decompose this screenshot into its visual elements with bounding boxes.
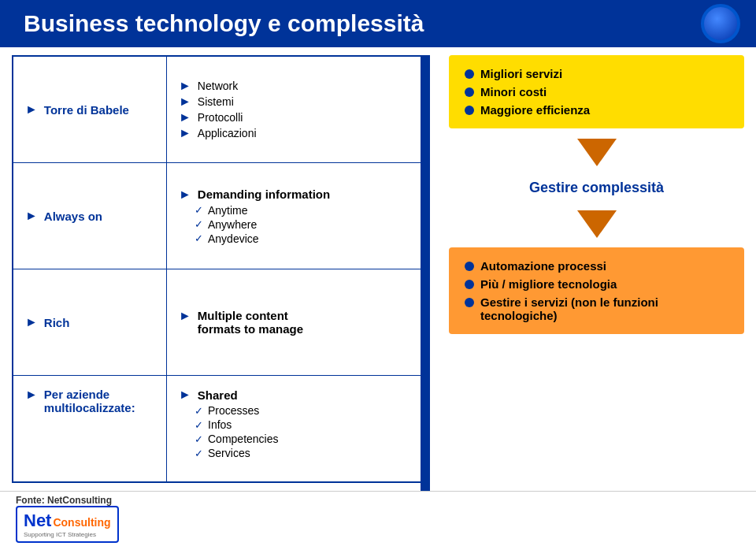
col-right-alwayson: ► Demanding information ✓ Anytime ✓ Anyw… (167, 163, 428, 269)
arrow-down-icon-2 (577, 210, 617, 238)
shared-content: ► Shared ✓ Processes ✓ Infos (179, 388, 279, 459)
arrow-icon: ► (25, 209, 38, 223)
multiple-content-text: Multiple content formats to manage (198, 309, 303, 336)
processes-label: Processes (208, 404, 259, 417)
list-item: ► Protocolli (179, 110, 257, 124)
logo-name: Net Consulting (24, 511, 111, 531)
demanding-label: Demanding information (198, 188, 330, 201)
col-right-rich: ► Multiple content formats to manage (167, 269, 428, 375)
orange-benefits-box: Automazione processi Più / migliore tecn… (449, 247, 744, 334)
check-icon: ✓ (195, 232, 203, 244)
competencies-label: Competencies (208, 433, 279, 445)
list-item: ✓ Anywhere (195, 218, 330, 231)
migliori-label: Migliori servizi (480, 67, 562, 80)
list-item: ✓ Competencies (195, 433, 279, 445)
list-item: Minori costi (465, 85, 728, 98)
header-decorative-circle (701, 4, 740, 43)
arrow-icon: ► (25, 388, 38, 402)
shared-label: Shared (198, 388, 238, 402)
maggiore-label: Maggiore efficienza (480, 103, 590, 117)
arrow-down-container (449, 136, 744, 168)
demanding-sub-items: ✓ Anytime ✓ Anywhere ✓ Anydevice (179, 204, 330, 245)
footer-source: Fonte: NetConsulting Net Consulting Supp… (16, 495, 119, 543)
multiple-content-line1: Multiple content (198, 309, 303, 322)
table-row: ► Rich ► Multiple content formats to man… (13, 269, 428, 376)
anywhere-label: Anywhere (208, 218, 257, 231)
protocolli-label: Protocolli (198, 111, 243, 124)
main-content: ► Torre di Babele ► Network ► Sistemi (0, 47, 756, 491)
col-left-torre: ► Torre di Babele (13, 57, 167, 162)
multiple-content-line2: formats to manage (198, 322, 303, 336)
check-icon: ✓ (195, 218, 203, 230)
bullet-icon (465, 298, 474, 307)
logo-tagline: Supporting ICT Strategies (24, 531, 111, 538)
footer: Fonte: NetConsulting Net Consulting Supp… (0, 491, 756, 546)
arrow-down-container-2 (449, 208, 744, 240)
multiple-content-container: ► Multiple content formats to manage (179, 309, 303, 336)
arrow-icon: ► (179, 188, 191, 202)
list-item: ✓ Anydevice (195, 232, 330, 245)
per-aziende-line2: multilocalizzate: (44, 401, 135, 414)
arrow-icon: ► (179, 126, 191, 140)
check-icon: ✓ (195, 405, 203, 417)
always-on-label: Always on (44, 210, 102, 223)
shared-header: ► Shared (179, 388, 279, 402)
bullet-icon (465, 106, 474, 115)
shared-sub-items: ✓ Processes ✓ Infos ✓ Competencies (179, 404, 279, 459)
fonte-label: Fonte: NetConsulting (16, 495, 119, 506)
demanding-content: ► Demanding information ✓ Anytime ✓ Anyw… (179, 188, 330, 245)
list-item: ► Network (179, 79, 257, 93)
minori-label: Minori costi (480, 85, 547, 98)
col-right-peraziende: ► Shared ✓ Processes ✓ Infos (167, 376, 428, 481)
gestire-complessita-label: Gestire complessità (449, 176, 744, 200)
col-left-rich: ► Rich (13, 269, 167, 375)
table-row: ► Per aziende multilocalizzate: ► Shared (13, 376, 428, 481)
bullet-icon (465, 87, 474, 97)
list-item: ✓ Services (195, 447, 279, 459)
infos-label: Infos (208, 418, 232, 431)
applicazioni-label: Applicazioni (198, 127, 257, 139)
list-item: ✓ Processes (195, 404, 279, 417)
table-row: ► Always on ► Demanding information ✓ An… (13, 163, 428, 269)
list-item: Automazione processi (465, 259, 728, 273)
arrow-icon: ► (179, 309, 191, 323)
page-title: Business technology e complessità (24, 10, 424, 37)
list-item: Maggiore efficienza (465, 103, 728, 117)
sistemi-label: Sistemi (198, 95, 234, 108)
check-icon: ✓ (195, 433, 203, 445)
torre-di-babele-label: Torre di Babele (44, 103, 129, 117)
check-icon: ✓ (195, 448, 203, 459)
gestire-servizi-label: Gestire i servizi (non le funzioni tecno… (480, 295, 728, 322)
arrow-icon: ► (179, 95, 191, 109)
arrow-icon: ► (179, 79, 191, 93)
bullet-icon (465, 280, 474, 289)
list-item: ► Applicazioni (179, 126, 257, 140)
torre-sub-items: ► Network ► Sistemi ► Protocolli ► (179, 79, 257, 140)
col-left-alwayson: ► Always on (13, 163, 167, 269)
automazione-label: Automazione processi (480, 259, 606, 273)
logo-net-text: Net (24, 511, 51, 531)
per-aziende-line1: Per aziende (44, 388, 135, 401)
bullet-icon (465, 69, 474, 79)
check-icon: ✓ (195, 204, 203, 216)
list-item: Migliori servizi (465, 67, 728, 80)
services-label: Services (208, 447, 250, 459)
check-icon: ✓ (195, 419, 203, 431)
col-left-peraziende: ► Per aziende multilocalizzate: (13, 376, 167, 481)
table-row: ► Torre di Babele ► Network ► Sistemi (13, 57, 428, 163)
per-aziende-text: Per aziende multilocalizzate: (44, 388, 135, 414)
demanding-header: ► Demanding information (179, 188, 330, 202)
grid-rows: ► Torre di Babele ► Network ► Sistemi (13, 57, 428, 481)
list-item: ► Sistemi (179, 95, 257, 109)
arrow-down-icon (577, 139, 617, 166)
arrow-icon: ► (179, 110, 191, 124)
anytime-label: Anytime (208, 204, 248, 217)
list-item: Gestire i servizi (non le funzioni tecno… (465, 295, 728, 322)
header-bar: Business technology e complessità (0, 0, 756, 47)
list-item: Più / migliore tecnologia (465, 277, 728, 291)
col-right-torre: ► Network ► Sistemi ► Protocolli ► (167, 57, 428, 162)
anydevice-label: Anydevice (208, 232, 259, 245)
piu-migliore-label: Più / migliore tecnologia (480, 277, 617, 291)
network-label: Network (198, 80, 238, 92)
logo-consulting-text: Consulting (53, 516, 110, 529)
